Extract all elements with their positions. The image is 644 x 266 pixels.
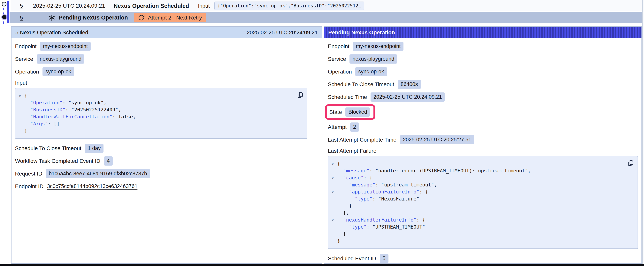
field-schedule-to-close: Schedule To Close Timeout 1 day [15,144,318,153]
code-line: ∨{ [328,160,625,167]
scheduled-panel-body: Endpoint my-nexus-endpoint Service nexus… [12,38,322,191]
code-line-text: "Args": [] [24,120,60,127]
pending-title: Pending Nexus Operation [59,15,128,21]
scheduled-panel-time: 2025-02-25 UTC 20:24:09.21 [247,30,318,36]
field-label: Operation [15,69,39,75]
code-line: ∨ "applicationFailureInfo": { [328,188,625,195]
copy-button[interactable] [296,91,304,99]
failure-json-viewer: ∨{ "message": "handler error (UPSTREAM_T… [328,156,638,249]
code-line-text: "HandlerWaitForCancellation": false, [24,113,136,120]
code-line-text: "type": "NexusFailure" [337,195,419,202]
endpoint-id-link[interactable]: 3c0c75ccfa8144b092c13ce632463761 [47,183,138,189]
pending-panel-title: Pending Nexus Operation [328,30,395,36]
code-line: "type": "NexusFailure" [328,195,625,202]
field-value-chip: 5 [380,254,388,263]
field-label: State [329,109,342,115]
asterisk-icon [48,14,55,21]
state-highlight-box: State Blocked [325,104,375,120]
field-label: Operation [328,69,352,75]
retry-badge: Attempt 2 · Next Retry [134,13,206,22]
pending-panel-body: Endpoint my-nexus-endpoint Service nexus… [324,38,642,266]
code-line: "BusinessID": "20250225122409", [16,106,294,113]
bottom-divider-line [0,264,644,266]
code-line-gutter [16,120,24,127]
event-id-link[interactable]: 5 [20,3,23,9]
code-line-text: }, [337,209,349,216]
field-value-chip: 2025-02-25 UTC 20:25:27.51 [400,135,474,144]
event-timestamp: 2025-02-25 UTC 20:24:09.21 [33,3,105,9]
scheduled-panel-header: 5 Nexus Operation Scheduled 2025-02-25 U… [12,27,322,38]
collapse-chevron-icon[interactable]: ∨ [16,92,24,99]
collapse-chevron-icon[interactable]: ∨ [328,160,337,167]
field-label: Service [328,56,346,62]
code-line: "HandlerWaitForCancellation": false, [16,113,294,120]
timeline-dashed-line [3,4,4,26]
field-last-attempt-complete-time: Last Attempt Complete Time 2025-02-25 UT… [328,135,638,144]
code-line: }, [328,209,625,216]
code-line: "Operation": "sync-op-ok", [16,99,294,106]
code-line-gutter [328,195,337,202]
collapse-chevron-icon[interactable]: ∨ [328,174,337,181]
field-label: Service [15,56,33,62]
field-value-chip: 1 day [85,144,104,153]
code-line-gutter [16,127,24,134]
code-line-text: { [24,92,27,99]
code-line-text: } [24,127,27,134]
failure-section-label: Last Attempt Failure [328,148,638,154]
code-line-text: } [337,237,340,244]
timeline-filled-marker-icon [2,15,6,19]
code-line-text: "message": "handler error (UPSTREAM_TIME… [337,167,531,174]
code-line: "message": "handler error (UPSTREAM_TIME… [328,167,625,174]
code-line-gutter [328,237,337,244]
state-value-chip: Blocked [346,107,370,117]
event-title: Nexus Operation Scheduled [114,3,189,9]
scheduled-event-panel: 5 Nexus Operation Scheduled 2025-02-25 U… [11,26,322,264]
field-schedule-to-close: Schedule To Close Timeout 86400s [328,80,638,89]
retry-icon [138,15,144,21]
code-line: } [328,237,625,244]
field-value-chip: nexus-playground [37,54,84,64]
retry-badge-label: Attempt 2 · Next Retry [148,15,202,21]
field-value-chip: nexus-playground [350,54,397,64]
code-line-text: "type": "UPSTREAM_TIMEOUT" [337,223,425,230]
field-endpoint: Endpoint my-nexus-endpoint [328,42,638,51]
field-attempt: Attempt 2 [328,122,638,132]
field-service: Service nexus-playground [328,54,638,64]
code-line-gutter [328,202,337,209]
field-label: Scheduled Time [328,94,367,100]
input-section-label: Input [15,80,318,86]
code-line: ∨{ [16,92,294,99]
pending-panel-header: Pending Nexus Operation [324,27,642,38]
field-value-chip: 2025-02-25 UTC 20:24:09.21 [370,92,445,102]
field-state: State Blocked [329,107,370,117]
code-line-gutter [328,167,337,174]
field-operation: Operation sync-op-ok [15,67,318,76]
code-line: ∨ "nexusHandlerFailureInfo": { [328,216,625,223]
field-operation: Operation sync-op-ok [328,67,638,76]
code-line: } [328,230,625,237]
field-label: Last Attempt Complete Time [328,137,396,143]
code-line-text: "nexusHandlerFailureInfo": { [337,216,425,223]
event-input-label: Input [198,3,210,9]
code-line: "message": "upstream timeout", [328,181,625,188]
code-line: } [328,202,625,209]
code-line-gutter [16,113,24,120]
field-label: Scheduled Event ID [328,255,376,262]
event-row-pending[interactable]: 5 Pending Nexus Operation Attempt 2 · Ne… [10,12,642,24]
timeline-open-marker-icon [2,2,6,7]
field-label: Schedule To Close Timeout [328,81,394,88]
event-row-scheduled[interactable]: 5 2025-02-25 UTC 20:24:09.21 Nexus Opera… [11,1,642,11]
collapse-chevron-icon[interactable]: ∨ [328,216,337,223]
field-scheduled-time: Scheduled Time 2025-02-25 UTC 20:24:09.2… [328,92,638,102]
field-endpoint: Endpoint my-nexus-endpoint [15,42,318,51]
scheduled-panel-title: 5 Nexus Operation Scheduled [16,30,88,36]
field-value-chip: my-nexus-endpoint [353,42,404,51]
code-line-text: "Operation": "sync-op-ok", [24,99,106,106]
copy-button[interactable] [627,159,634,167]
pending-id-link[interactable]: 5 [20,15,23,21]
code-line-gutter [16,99,24,106]
code-line-text: { [337,160,340,167]
field-request-id: Request ID b1c6a4bc-8ee7-468a-9169-df3b0… [15,169,318,178]
collapse-chevron-icon[interactable]: ∨ [328,188,337,195]
event-detail-area: 5 Nexus Operation Scheduled 2025-02-25 U… [11,26,642,264]
